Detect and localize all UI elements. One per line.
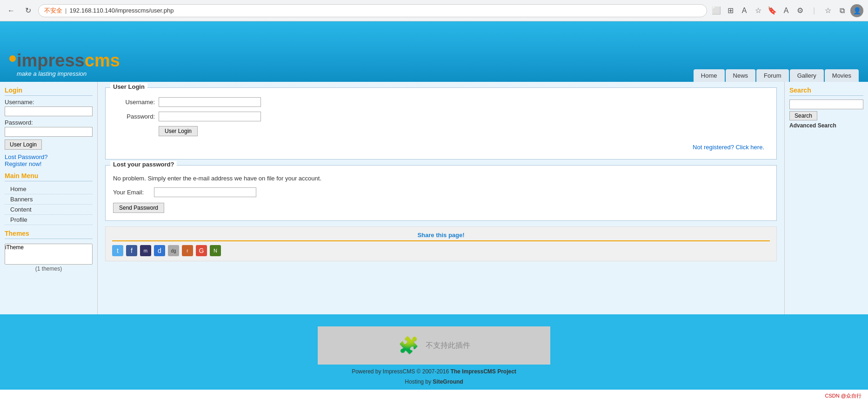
- extensions-icon[interactable]: ⚙: [795, 6, 806, 15]
- footer-project-link[interactable]: The ImpressCMS Project: [450, 368, 516, 375]
- logo: impress cms: [9, 52, 120, 69]
- footer-hosting: Hosting by SiteGround: [0, 378, 868, 385]
- logo-area: impress cms make a lasting impression: [9, 52, 120, 82]
- sidebar-item-home[interactable]: Home: [5, 184, 93, 194]
- send-password-button[interactable]: Send Password: [113, 203, 164, 213]
- email-row: Your Email:: [113, 187, 769, 197]
- site-nav: Home News Forum Gallery Movies: [694, 69, 859, 82]
- themes-section-title: Themes: [5, 230, 93, 239]
- sidebar-lost-pwd: Lost Password? Register now!: [5, 153, 93, 167]
- plugin-text: 不支持此插件: [426, 341, 470, 351]
- password-row: Password:: [113, 112, 769, 121]
- share-icons: t f m d dg r G N: [112, 245, 770, 256]
- facebook-share-icon[interactable]: f: [126, 245, 137, 256]
- nav-forum[interactable]: Forum: [756, 69, 789, 82]
- toolbar-icons: ⬜ ⊞ A ☆ 🔖 A ⚙ | ☆ ⧉ 👤: [711, 4, 863, 17]
- site-body: Login Username: Password: User Login Los…: [0, 82, 868, 314]
- url-text: 192.168.110.140/impresscms/user.php: [69, 7, 174, 14]
- puzzle-icon: 🧩: [398, 336, 419, 355]
- email-label: Your Email:: [113, 189, 150, 196]
- myspace-share-icon[interactable]: m: [140, 245, 151, 256]
- twitter-share-icon[interactable]: t: [112, 245, 123, 256]
- footer-plugin-container: 🧩 不支持此插件: [0, 322, 868, 365]
- user-login-box: User Login Username: Password: User Logi…: [105, 87, 777, 159]
- sidebar-username-input[interactable]: [5, 106, 93, 116]
- username-input[interactable]: [159, 97, 261, 107]
- sidebar-password-input[interactable]: [5, 127, 93, 137]
- sidebar-username-label: Username:: [5, 99, 93, 106]
- nav-home[interactable]: Home: [694, 69, 725, 82]
- nav-movies[interactable]: Movies: [825, 69, 859, 82]
- newsvine-share-icon[interactable]: N: [210, 245, 221, 256]
- logo-dot: [9, 55, 16, 62]
- logo-tagline: make a lasting impression: [17, 70, 120, 77]
- login-btn-row: User Login: [159, 126, 769, 136]
- lost-password-link[interactable]: Lost Password?: [5, 153, 48, 160]
- login-box-inner: Username: Password: User Login Not regis…: [106, 88, 776, 159]
- register-now-link[interactable]: Not registered? Click here.: [693, 144, 764, 151]
- site-header: impress cms make a lasting impression Ho…: [0, 21, 868, 82]
- reddit-share-icon[interactable]: r: [182, 245, 193, 256]
- refresh-button[interactable]: ↻: [21, 4, 34, 17]
- footer-powered-by: Powered by ImpressCMS © 2007-2016 The Im…: [0, 368, 868, 375]
- apps-icon[interactable]: ⊞: [725, 6, 736, 15]
- nav-news[interactable]: News: [726, 69, 756, 82]
- password-label: Password:: [113, 113, 155, 120]
- share-section: Share this page! t f m d dg r G N: [105, 226, 777, 261]
- delicious-share-icon[interactable]: d: [154, 245, 165, 256]
- footer-siteground-link[interactable]: SiteGround: [433, 378, 463, 385]
- save-icon[interactable]: ⧉: [836, 7, 848, 15]
- left-sidebar: Login Username: Password: User Login Los…: [0, 82, 98, 314]
- footer-powered-text: Powered by ImpressCMS © 2007-2016: [352, 368, 449, 375]
- themes-select[interactable]: iTheme: [5, 244, 93, 265]
- cast-icon[interactable]: ⬜: [711, 6, 722, 15]
- translate-icon[interactable]: A: [781, 7, 792, 15]
- logo-impress: impress: [17, 52, 85, 69]
- lost-password-box: Lost your password? No problem. Simply e…: [105, 165, 777, 221]
- star-icon[interactable]: ☆: [822, 6, 834, 15]
- logo-cms: cms: [85, 52, 120, 69]
- plugin-banner: 🧩 不支持此插件: [318, 326, 550, 365]
- register-link[interactable]: Register now!: [5, 160, 41, 167]
- site-wrapper: impress cms make a lasting impression Ho…: [0, 21, 868, 390]
- advanced-search-link[interactable]: Advanced Search: [789, 122, 863, 129]
- profile-avatar[interactable]: 👤: [850, 4, 863, 17]
- search-input[interactable]: [789, 100, 863, 109]
- nav-gallery[interactable]: Gallery: [790, 69, 824, 82]
- username-label: Username:: [113, 99, 155, 106]
- back-button[interactable]: ←: [5, 4, 18, 17]
- share-title: Share this page!: [112, 232, 770, 241]
- sidebar-item-banners[interactable]: Banners: [5, 194, 93, 205]
- user-login-box-title: User Login: [110, 83, 147, 90]
- font-icon[interactable]: A: [739, 7, 750, 15]
- google-share-icon[interactable]: G: [196, 245, 207, 256]
- right-sidebar: Search Search Advanced Search: [784, 82, 868, 314]
- address-bar[interactable]: 不安全 | 192.168.110.140/impresscms/user.ph…: [38, 4, 707, 17]
- bookmark-star-icon[interactable]: ☆: [753, 6, 764, 15]
- browser-chrome: ← ↻ 不安全 | 192.168.110.140/impresscms/use…: [0, 0, 868, 21]
- email-input[interactable]: [154, 187, 256, 197]
- footer-hosting-label: Hosting by: [405, 378, 431, 385]
- lost-pwd-description: No problem. Simply enter the e-mail addr…: [113, 175, 769, 182]
- search-button[interactable]: Search: [789, 111, 817, 120]
- digg-share-icon[interactable]: dg: [168, 245, 179, 256]
- bookmark-icon[interactable]: 🔖: [767, 6, 778, 15]
- search-section-title: Search: [789, 86, 863, 96]
- sidebar-item-profile[interactable]: Profile: [5, 215, 93, 225]
- themes-count: (1 themes): [5, 266, 93, 272]
- security-warning: 不安全: [44, 7, 62, 15]
- sidebar-login-button[interactable]: User Login: [5, 139, 42, 150]
- lost-pwd-box-inner: No problem. Simply enter the e-mail addr…: [106, 166, 776, 220]
- password-input[interactable]: [159, 112, 261, 121]
- sidebar-item-content[interactable]: Content: [5, 205, 93, 215]
- lost-pwd-box-title: Lost your password?: [110, 161, 177, 168]
- user-login-button[interactable]: User Login: [159, 126, 198, 136]
- login-section-title: Login: [5, 86, 93, 96]
- main-menu-title: Main Menu: [5, 172, 93, 181]
- main-content: User Login Username: Password: User Logi…: [98, 82, 784, 314]
- site-footer: 🧩 不支持此插件 Powered by ImpressCMS © 2007-20…: [0, 314, 868, 390]
- sidebar-password-label: Password:: [5, 119, 93, 126]
- username-row: Username:: [113, 97, 769, 107]
- not-registered-text: Not registered? Click here.: [113, 141, 769, 153]
